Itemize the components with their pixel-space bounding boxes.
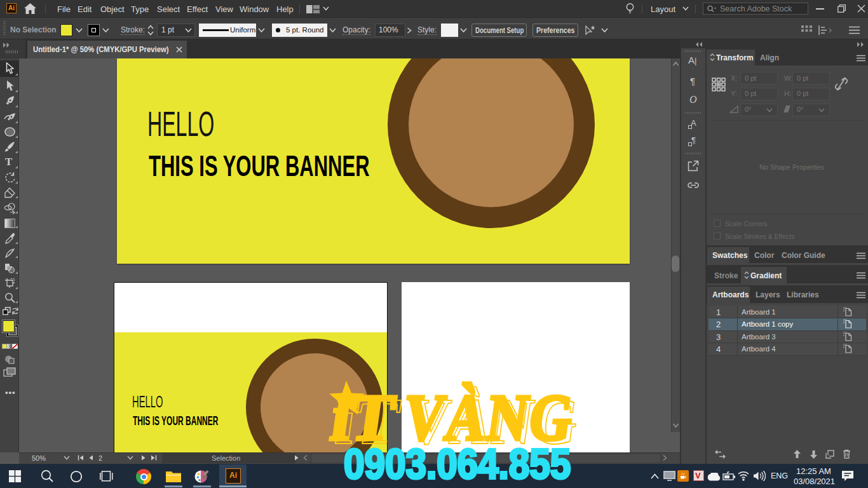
svg-text:0903.064.855: 0903.064.855 (344, 441, 571, 487)
